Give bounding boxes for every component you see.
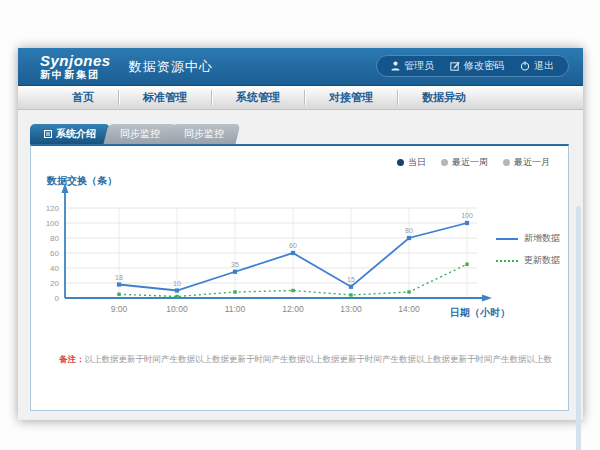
radio-icon — [503, 159, 510, 166]
data-point[interactable] — [349, 285, 353, 289]
filter-today[interactable]: 当日 — [397, 156, 426, 169]
tab-system-intro[interactable]: 系统介绍 — [30, 124, 110, 144]
filter-last-week-label: 最近一周 — [452, 156, 488, 169]
x-tick-label: 12:00 — [282, 304, 304, 314]
y-tick-label: 40 — [50, 264, 59, 273]
legend-updated-data-label: 更新数据 — [524, 254, 560, 267]
filter-last-month-label: 最近一月 — [514, 156, 550, 169]
data-point[interactable] — [233, 290, 236, 293]
data-point[interactable] — [465, 221, 469, 225]
data-point[interactable] — [407, 236, 411, 240]
chart-wrap: 0204060801001209:0010:0011:0012:0013:001… — [37, 172, 507, 328]
radio-selected-icon — [397, 159, 404, 166]
x-tick-label: 9:00 — [111, 304, 128, 314]
nav-item-integration-mgmt[interactable]: 对接管理 — [305, 86, 397, 109]
data-point[interactable] — [291, 289, 294, 292]
user-menu: 管理员 修改密码 退出 — [376, 55, 569, 77]
x-axis-title: 日期（小时） — [450, 306, 510, 320]
user-menu-change-password[interactable]: 修改密码 — [450, 59, 504, 73]
tab-sync-monitor-1[interactable]: 同步监控 — [104, 124, 177, 144]
logo: Synjones 新中新集团 — [40, 53, 111, 80]
y-tick-label: 20 — [50, 279, 59, 288]
legend-item-updated-data[interactable]: 更新数据 — [496, 254, 560, 267]
filter-last-week[interactable]: 最近一周 — [441, 156, 488, 169]
user-menu-logout[interactable]: 退出 — [520, 59, 554, 73]
nav-item-home[interactable]: 首页 — [48, 86, 118, 109]
data-point-label: 60 — [289, 242, 297, 249]
page-title: 数据资源中心 — [129, 58, 213, 76]
y-tick-label: 0 — [55, 294, 60, 303]
data-point[interactable] — [291, 251, 295, 255]
main-nav: 首页 标准管理 系统管理 对接管理 数据异动 — [18, 86, 583, 110]
user-menu-change-password-label: 修改密码 — [464, 59, 504, 73]
tab-sync-monitor-2[interactable]: 同步监控 — [168, 124, 241, 144]
data-point-label: 80 — [405, 227, 413, 234]
filter-today-label: 当日 — [408, 156, 426, 169]
user-icon — [391, 61, 400, 71]
data-point[interactable] — [349, 293, 352, 296]
range-filter: 当日 最近一周 最近一月 — [397, 156, 550, 169]
logo-primary: Synjones — [40, 53, 111, 68]
tab-sync-monitor-1-label: 同步监控 — [120, 127, 160, 141]
x-tick-label: 11:00 — [225, 304, 246, 314]
edit-icon — [450, 61, 460, 71]
footnote-label: 备注： — [59, 354, 85, 364]
radio-icon — [441, 159, 448, 166]
data-point[interactable] — [175, 295, 178, 298]
x-axis-arrow — [482, 295, 492, 302]
chart-legend: 新增数据 更新数据 — [496, 232, 560, 267]
y-axis-arrow — [62, 183, 69, 193]
legend-item-new-data[interactable]: 新增数据 — [496, 232, 560, 245]
data-point[interactable] — [117, 282, 121, 286]
data-point[interactable] — [465, 263, 468, 266]
chart-panel: 当日 最近一周 最近一月 数据交换（条） 0204060801001209:00… — [30, 144, 569, 411]
legend-new-data-label: 新增数据 — [524, 232, 560, 245]
filter-last-month[interactable]: 最近一月 — [503, 156, 550, 169]
line-chart: 0204060801001209:0010:0011:0012:0013:001… — [37, 172, 507, 324]
data-point[interactable] — [117, 293, 120, 296]
tab-bar: 系统介绍 同步监控 同步监控 — [30, 124, 583, 144]
user-menu-logout-label: 退出 — [534, 59, 554, 73]
data-point-label: 18 — [115, 274, 123, 281]
power-icon — [520, 61, 530, 71]
data-point-label: 10 — [173, 280, 181, 287]
app-window: Synjones 新中新集团 数据资源中心 管理员 修改密码 退出 — [18, 48, 583, 420]
header: Synjones 新中新集团 数据资源中心 管理员 修改密码 退出 — [18, 48, 583, 86]
data-point[interactable] — [233, 270, 237, 274]
y-tick-label: 120 — [46, 204, 60, 213]
tab-system-intro-label: 系统介绍 — [56, 127, 96, 141]
y-tick-label: 80 — [50, 234, 59, 243]
nav-item-data-change[interactable]: 数据异动 — [398, 86, 490, 109]
nav-item-system-mgmt[interactable]: 系统管理 — [212, 86, 304, 109]
user-menu-admin-label: 管理员 — [404, 59, 434, 73]
tab-icon — [44, 130, 52, 138]
nav-item-standard-mgmt[interactable]: 标准管理 — [119, 86, 211, 109]
x-tick-label: 13:00 — [340, 304, 362, 314]
data-point[interactable] — [407, 290, 410, 293]
logo-secondary: 新中新集团 — [40, 70, 111, 80]
y-tick-label: 100 — [46, 219, 60, 228]
content-area: 系统介绍 同步监控 同步监控 当日 最近一周 — [18, 110, 583, 419]
data-point-label: 100 — [461, 212, 473, 219]
tab-sync-monitor-2-label: 同步监控 — [184, 127, 224, 141]
footnote-text: 以上数据更新于时间产生数据以上数据更新于时间产生数据以上数据更新于时间产生数据以… — [85, 354, 553, 364]
vertical-scrollbar[interactable] — [576, 206, 581, 450]
dotted-line-swatch — [496, 260, 518, 262]
x-tick-label: 14:00 — [398, 304, 420, 314]
data-point-label: 35 — [231, 261, 239, 268]
page-canvas: Synjones 新中新集团 数据资源中心 管理员 修改密码 退出 — [0, 0, 600, 450]
y-tick-label: 60 — [50, 249, 59, 258]
footnote: 备注：以上数据更新于时间产生数据以上数据更新于时间产生数据以上数据更新于时间产生… — [59, 354, 552, 366]
data-point-label: 15 — [347, 276, 355, 283]
solid-line-swatch — [496, 238, 518, 240]
data-point[interactable] — [175, 288, 179, 292]
x-tick-label: 10:00 — [166, 304, 188, 314]
user-menu-admin[interactable]: 管理员 — [391, 59, 434, 73]
